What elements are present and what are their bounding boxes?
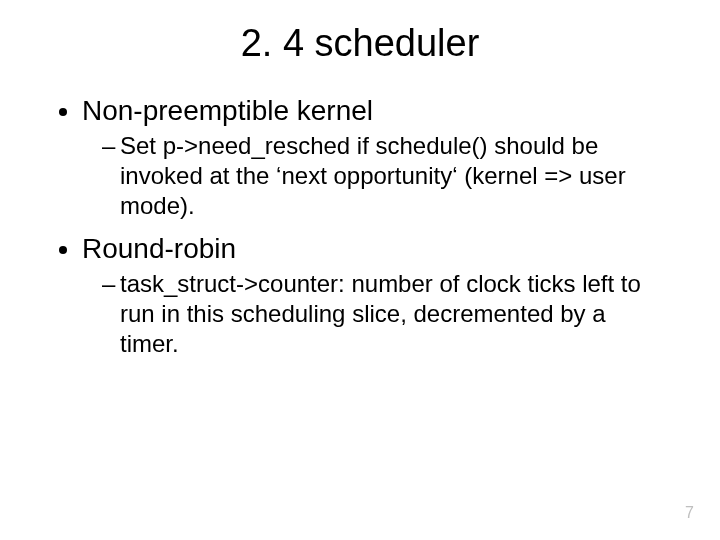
slide: 2. 4 scheduler Non-preemptible kernel Se…	[0, 0, 720, 540]
bullet-item: Non-preemptible kernel Set p->need_resch…	[82, 95, 666, 221]
sub-item: Set p->need_resched if schedule() should…	[102, 131, 666, 221]
bullet-label: Non-preemptible kernel	[82, 95, 373, 126]
page-number: 7	[685, 504, 694, 522]
sub-item: task_struct->counter: number of clock ti…	[102, 269, 666, 359]
bullet-label: Round-robin	[82, 233, 236, 264]
sub-list: Set p->need_resched if schedule() should…	[82, 131, 666, 221]
sub-list: task_struct->counter: number of clock ti…	[82, 269, 666, 359]
bullet-list: Non-preemptible kernel Set p->need_resch…	[54, 95, 666, 359]
slide-title: 2. 4 scheduler	[54, 22, 666, 65]
bullet-item: Round-robin task_struct->counter: number…	[82, 233, 666, 359]
